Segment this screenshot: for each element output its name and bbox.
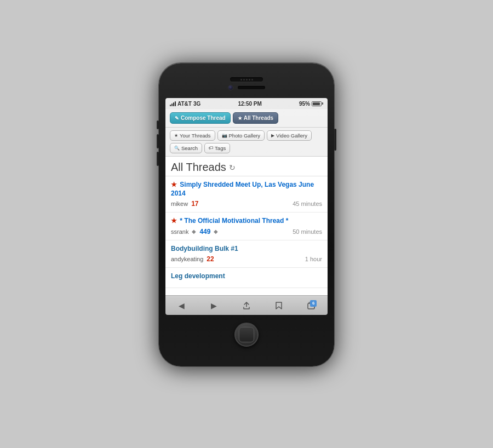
refresh-icon[interactable]: ↻ (229, 163, 236, 172)
thread-meta: ssrank ◆ 449 ◆ 50 minutes (171, 228, 322, 236)
camera-area (228, 85, 265, 90)
tags-button[interactable]: 🏷 Tags (204, 143, 230, 153)
secondary-nav: ★ Your Threads 📷 Photo Gallery ▶ Video G… (165, 128, 328, 157)
status-right: 95% (299, 101, 323, 107)
thread-author: mikew (171, 200, 188, 207)
power-button[interactable] (334, 129, 336, 151)
thread-meta: mikew 17 45 minutes (171, 200, 322, 208)
signal-bar-3 (173, 102, 174, 106)
thread-title: ★ * The Official Motivational Thread * (171, 217, 322, 226)
back-button[interactable]: ◀ (175, 299, 188, 312)
all-threads-label: All Threads (244, 115, 273, 121)
photo-gallery-label: Photo Gallery (229, 133, 261, 139)
tag-icon: 🏷 (209, 146, 213, 151)
home-button-inner (239, 327, 254, 342)
bookmarks-button[interactable] (272, 299, 285, 312)
page-title-row: All Threads ↻ (165, 157, 328, 176)
thread-count: 22 (207, 255, 214, 263)
search-icon: 🔍 (174, 146, 180, 151)
thread-time: 1 hour (305, 256, 322, 262)
mute-button[interactable] (157, 120, 159, 129)
signal-bar-4 (175, 101, 176, 106)
signal-bar-1 (170, 105, 171, 106)
screen: AT&T 3G 12:50 PM 95% (165, 98, 328, 315)
thread-count: 449 (199, 228, 210, 236)
thread-meta: andykeating 22 1 hour (171, 255, 322, 263)
all-threads-button[interactable]: ★ All Threads (233, 112, 278, 124)
battery-percent: 95% (299, 101, 310, 107)
phone-device: AT&T 3G 12:50 PM 95% (159, 63, 334, 385)
your-threads-button[interactable]: ★ Your Threads (170, 130, 215, 141)
tags-label: Tags (215, 145, 226, 151)
search-button[interactable]: 🔍 Search (170, 143, 202, 153)
thread-author: ssrank (171, 228, 188, 235)
volume-up-button[interactable] (157, 134, 159, 148)
forward-button[interactable]: ▶ (208, 299, 221, 312)
hot-star-icon: ★ (171, 217, 177, 225)
top-speaker (230, 77, 263, 82)
thread-title-text: * The Official Motivational Thread * (180, 217, 288, 225)
page-title: All Threads (171, 161, 226, 174)
phone-reflection (181, 369, 312, 385)
thread-list: ★ Simply Shredded Meet Up, Las Vegas Jun… (165, 176, 328, 288)
tabs-button[interactable]: 6 (305, 299, 318, 312)
star-icon-small: ★ (174, 133, 178, 138)
thread-title-text: Simply Shredded Meet Up, Las Vegas June … (171, 181, 314, 197)
primary-toolbar: ✎ Compose Thread ★ All Threads (165, 109, 328, 128)
hot-star-icon: ★ (171, 181, 177, 188)
time-label: 12:50 PM (238, 101, 261, 107)
battery-icon (312, 101, 323, 106)
share-button[interactable] (240, 299, 253, 312)
photo-gallery-button[interactable]: 📷 Photo Gallery (217, 130, 265, 141)
star-icon: ★ (238, 116, 242, 121)
volume-down-button[interactable] (157, 152, 159, 166)
thread-item[interactable]: ★ Simply Shredded Meet Up, Las Vegas Jun… (165, 176, 328, 212)
thread-count: 17 (191, 200, 198, 208)
thread-item[interactable]: ★ * The Official Motivational Thread * s… (165, 212, 328, 240)
thread-author: andykeating (171, 256, 203, 262)
camera-icon: 📷 (222, 133, 227, 138)
pencil-icon: ✎ (175, 116, 179, 121)
thread-title: Bodybuilding Bulk #1 (171, 245, 322, 254)
carrier-label: AT&T (177, 101, 192, 107)
video-gallery-label: Video Gallery (276, 133, 307, 139)
status-left: AT&T 3G (170, 101, 200, 107)
back-arrow-icon: ◀ (179, 301, 185, 310)
bookmarks-icon (274, 301, 283, 310)
arrow-right-icon: ◆ (214, 228, 218, 234)
status-bar: AT&T 3G 12:50 PM 95% (165, 98, 328, 109)
phone-bottom (165, 315, 328, 350)
app-content: ✎ Compose Thread ★ All Threads ★ Your Th… (165, 109, 328, 295)
thread-time: 45 minutes (293, 200, 322, 207)
search-label: Search (181, 145, 198, 151)
video-icon: ▶ (271, 133, 274, 138)
video-gallery-button[interactable]: ▶ Video Gallery (267, 130, 312, 141)
share-icon (242, 301, 251, 310)
signal-bars (170, 101, 176, 106)
thread-title: ★ Simply Shredded Meet Up, Las Vegas Jun… (171, 181, 322, 198)
browser-bar: ◀ ▶ (165, 295, 328, 315)
front-camera (228, 85, 233, 90)
thread-title: Leg development (171, 272, 322, 281)
thread-item[interactable]: Leg development (165, 268, 328, 288)
your-threads-label: Your Threads (180, 133, 211, 139)
phone-top (165, 74, 328, 98)
arrow-left-icon: ◆ (192, 228, 196, 234)
compose-label: Compose Thread (181, 115, 226, 121)
thread-item[interactable]: Bodybuilding Bulk #1 andykeating 22 1 ho… (165, 240, 328, 268)
thread-time: 50 minutes (293, 228, 322, 235)
tab-count-badge: 6 (310, 300, 317, 307)
thread-title-text: Bodybuilding Bulk #1 (171, 245, 238, 252)
ear-speaker (238, 86, 265, 89)
home-button[interactable] (234, 323, 259, 347)
network-label: 3G (193, 101, 200, 107)
signal-bar-2 (171, 104, 173, 106)
thread-title-text: Leg development (171, 272, 225, 280)
forward-arrow-icon: ▶ (211, 301, 217, 310)
compose-thread-button[interactable]: ✎ Compose Thread (170, 112, 231, 124)
